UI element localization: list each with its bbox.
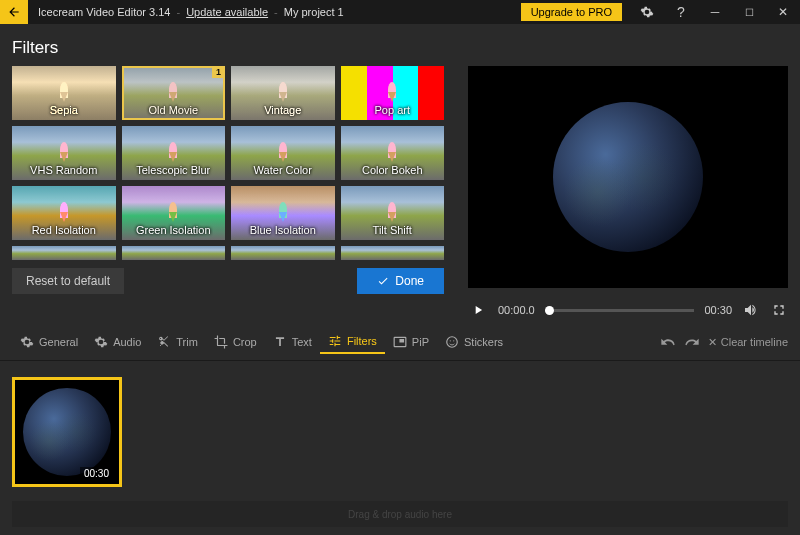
tab-stickers[interactable]: Stickers xyxy=(437,330,511,354)
filter-label: Sepia xyxy=(12,104,116,116)
filter-partial[interactable] xyxy=(341,246,445,260)
timeline: 00:30 Drag & drop audio here xyxy=(0,361,800,535)
clear-timeline-button[interactable]: ✕Clear timeline xyxy=(708,336,788,349)
close-icon: ✕ xyxy=(778,5,788,19)
crop-icon xyxy=(214,335,228,349)
filter-grid: Sepia1Old MovieVintagePop artVHS RandomT… xyxy=(12,66,452,260)
check-icon xyxy=(377,275,389,287)
fullscreen-icon xyxy=(771,302,787,318)
maximize-icon: ☐ xyxy=(745,7,754,18)
clip-duration: 00:30 xyxy=(80,467,113,480)
filter-label: Water Color xyxy=(231,164,335,176)
filter-sepia[interactable]: Sepia xyxy=(12,66,116,120)
tab-general[interactable]: General xyxy=(12,330,86,354)
filter-label: Red Isolation xyxy=(12,224,116,236)
filter-partial[interactable] xyxy=(122,246,226,260)
titlebar: Icecream Video Editor 3.14 - Update avai… xyxy=(0,0,800,24)
redo-button[interactable] xyxy=(684,334,700,350)
preview-panel: 00:00.0 00:30 xyxy=(468,66,788,324)
clip-thumbnail xyxy=(23,388,111,476)
filter-label: Color Bokeh xyxy=(341,164,445,176)
filter-label: Tilt Shift xyxy=(341,224,445,236)
tab-crop[interactable]: Crop xyxy=(206,330,265,354)
filter-green-isolation[interactable]: Green Isolation xyxy=(122,186,226,240)
text-icon xyxy=(273,335,287,349)
app-name: Icecream Video Editor 3.14 xyxy=(38,6,170,18)
tab-text[interactable]: Text xyxy=(265,330,320,354)
gear-icon xyxy=(20,335,34,349)
filter-label: VHS Random xyxy=(12,164,116,176)
volume-icon xyxy=(743,302,759,318)
filter-label: Telescopic Blur xyxy=(122,164,226,176)
timeline-clip[interactable]: 00:30 xyxy=(12,377,122,487)
redo-icon xyxy=(684,334,700,350)
filter-tilt-shift[interactable]: Tilt Shift xyxy=(341,186,445,240)
minimize-button[interactable]: ─ xyxy=(698,0,732,24)
filter-telescopic-blur[interactable]: Telescopic Blur xyxy=(122,126,226,180)
seek-bar[interactable] xyxy=(545,309,695,312)
filter-old-movie[interactable]: 1Old Movie xyxy=(122,66,226,120)
filter-badge: 1 xyxy=(212,66,225,78)
volume-button[interactable] xyxy=(742,301,760,319)
filter-water-color[interactable]: Water Color xyxy=(231,126,335,180)
filter-blue-isolation[interactable]: Blue Isolation xyxy=(231,186,335,240)
scissors-icon xyxy=(157,335,171,349)
help-icon: ? xyxy=(677,4,685,20)
help-button[interactable]: ? xyxy=(664,0,698,24)
tab-audio[interactable]: Audio xyxy=(86,330,149,354)
filter-label: Old Movie xyxy=(122,104,226,116)
preview-video[interactable] xyxy=(468,66,788,288)
filter-label: Blue Isolation xyxy=(231,224,335,236)
stickers-icon xyxy=(445,335,459,349)
close-small-icon: ✕ xyxy=(708,336,717,349)
filter-vhs-random[interactable]: VHS Random xyxy=(12,126,116,180)
maximize-button[interactable]: ☐ xyxy=(732,0,766,24)
svg-point-1 xyxy=(450,340,451,341)
filter-pop-art[interactable]: Pop art xyxy=(341,66,445,120)
video-track[interactable]: 00:30 xyxy=(12,369,788,495)
reset-button[interactable]: Reset to default xyxy=(12,268,124,294)
project-name: My project 1 xyxy=(284,6,344,18)
page-title: Filters xyxy=(12,38,788,58)
filter-red-isolation[interactable]: Red Isolation xyxy=(12,186,116,240)
earth-thumbnail xyxy=(553,102,703,252)
total-time: 00:30 xyxy=(704,304,732,316)
audio-track[interactable]: Drag & drop audio here xyxy=(12,501,788,527)
audio-track-hint: Drag & drop audio here xyxy=(348,509,452,520)
filter-color-bokeh[interactable]: Color Bokeh xyxy=(341,126,445,180)
back-button[interactable] xyxy=(0,0,28,24)
tab-pip[interactable]: PiP xyxy=(385,330,437,354)
filter-label: Green Isolation xyxy=(122,224,226,236)
undo-icon xyxy=(660,334,676,350)
settings-button[interactable] xyxy=(630,0,664,24)
title-text: Icecream Video Editor 3.14 - Update avai… xyxy=(28,6,354,18)
tab-filters[interactable]: Filters xyxy=(320,330,385,354)
fullscreen-button[interactable] xyxy=(770,301,788,319)
gear-icon xyxy=(640,5,654,19)
pip-icon xyxy=(393,335,407,349)
done-button[interactable]: Done xyxy=(357,268,444,294)
play-icon xyxy=(471,303,485,317)
undo-button[interactable] xyxy=(660,334,676,350)
arrow-left-icon xyxy=(7,5,21,19)
play-button[interactable] xyxy=(468,300,488,320)
svg-point-0 xyxy=(447,337,458,348)
filters-icon xyxy=(328,334,342,348)
filter-partial[interactable] xyxy=(231,246,335,260)
filter-label: Vintage xyxy=(231,104,335,116)
upgrade-button[interactable]: Upgrade to PRO xyxy=(521,3,622,21)
tab-trim[interactable]: Trim xyxy=(149,330,206,354)
svg-point-2 xyxy=(453,340,454,341)
close-button[interactable]: ✕ xyxy=(766,0,800,24)
update-link[interactable]: Update available xyxy=(186,6,268,18)
edit-toolbar: GeneralAudioTrimCropTextFiltersPiPSticke… xyxy=(0,324,800,361)
gear-icon xyxy=(94,335,108,349)
page-header: Filters xyxy=(0,24,800,66)
current-time: 00:00.0 xyxy=(498,304,535,316)
filter-label: Pop art xyxy=(341,104,445,116)
filters-panel: Sepia1Old MovieVintagePop artVHS RandomT… xyxy=(12,66,452,324)
seek-thumb[interactable] xyxy=(545,306,554,315)
minimize-icon: ─ xyxy=(711,5,720,19)
filter-partial[interactable] xyxy=(12,246,116,260)
filter-vintage[interactable]: Vintage xyxy=(231,66,335,120)
